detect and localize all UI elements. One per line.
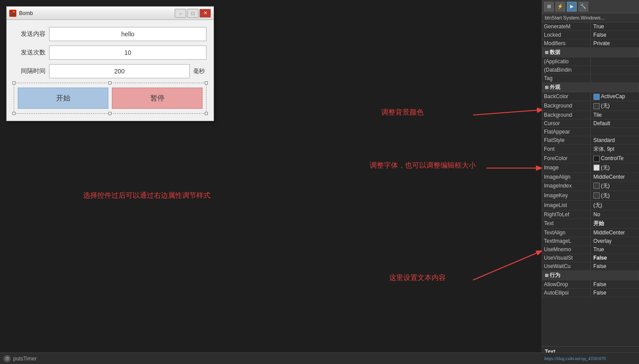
- prop-value: (无): [590, 163, 639, 172]
- form-row-content: 发送内容: [14, 27, 207, 41]
- prop-name: ImageAlign: [542, 172, 590, 181]
- annotation-font: 调整字体，也可以调整编辑框大小: [370, 161, 476, 170]
- prop-value: [590, 66, 639, 74]
- panel-header: btnStart System.Windows...: [542, 13, 639, 23]
- prop-value: True: [590, 23, 639, 31]
- selection-area: 开始 暂停: [14, 83, 207, 114]
- prop-name: FlatAppear: [542, 127, 590, 136]
- prop-name: TextAlign: [542, 228, 590, 237]
- prop-section: ⊞外观: [542, 83, 639, 92]
- form-body: 发送内容 发送次数 间隔时间 毫秒 开始 暂停: [7, 20, 214, 121]
- prop-value: (无): [590, 200, 639, 210]
- timer-icon: ⏱: [4, 355, 11, 362]
- prop-name: Locked: [542, 31, 590, 39]
- handle-tl: [12, 81, 15, 84]
- prop-name: ImageKey: [542, 191, 590, 200]
- prop-value: [590, 74, 639, 83]
- prop-name: Background: [542, 111, 590, 119]
- prop-name: Text: [542, 218, 590, 228]
- window-icon: 💣: [9, 10, 16, 17]
- prop-name: UseVisualSt: [542, 253, 590, 262]
- prop-value: MiddleCenter: [590, 172, 639, 181]
- prop-value: False: [590, 262, 639, 270]
- prop-name: RightToLef: [542, 210, 590, 218]
- prop-name: ImageIndex: [542, 181, 590, 191]
- annotation-text-content: 这里设置文本内容: [389, 273, 446, 283]
- grid-tool-button[interactable]: ⊞: [544, 2, 554, 11]
- handle-tc: [108, 81, 111, 84]
- window-title: Bomb: [19, 10, 175, 16]
- panel-toolbar: ⊞ ⚡ ▶ 🔧: [542, 0, 639, 13]
- status-text: putsTimer: [13, 356, 37, 362]
- prop-value: MiddleCenter: [590, 228, 639, 237]
- properties-panel: ⊞ ⚡ ▶ 🔧 btnStart System.Windows... Gener…: [542, 0, 639, 364]
- prop-name: TextImageL: [542, 237, 590, 245]
- prop-value: False: [590, 253, 639, 262]
- prop-name: AutoEllipsi: [542, 288, 590, 297]
- label-interval: 间隔时间: [14, 67, 46, 75]
- prop-name: (Applicatio: [542, 57, 590, 66]
- prop-value: Tile: [590, 111, 639, 119]
- start-button[interactable]: 开始: [18, 88, 108, 109]
- svg-line-1: [473, 110, 544, 115]
- prop-value: ControlTe: [590, 154, 639, 163]
- prop-value: Default: [590, 119, 639, 127]
- prop-name: ForeColor: [542, 154, 590, 163]
- prop-name: Image: [542, 163, 590, 172]
- url-bar: https://blog.csdn.net/qq_43581670: [542, 353, 639, 364]
- url-text: https://blog.csdn.net/qq_43581670: [544, 356, 606, 361]
- form-row-interval: 间隔时间 毫秒: [14, 64, 207, 78]
- prop-value: (无): [590, 181, 639, 191]
- prop-name: Cursor: [542, 119, 590, 127]
- prop-name: Font: [542, 144, 590, 154]
- pause-button[interactable]: 暂停: [112, 88, 203, 109]
- input-count[interactable]: [49, 46, 207, 60]
- maximize-button[interactable]: □: [187, 9, 199, 18]
- button-row: 开始 暂停: [17, 86, 203, 111]
- handle-br: [205, 112, 208, 115]
- prop-value: Private: [590, 39, 639, 48]
- label-count: 发送次数: [14, 49, 46, 57]
- prop-name: AllowDrop: [542, 280, 590, 288]
- prop-name: BackColor: [542, 92, 590, 101]
- prop-name: UseWaitCu: [542, 262, 590, 270]
- prop-value: [590, 57, 639, 66]
- prop-name: FlatStyle: [542, 136, 590, 144]
- prop-name: (DataBindin: [542, 66, 590, 74]
- input-content[interactable]: [49, 27, 207, 41]
- prop-value: False: [590, 288, 639, 297]
- property-tool-button[interactable]: ▶: [567, 2, 577, 11]
- bottom-bar: ⏱ putsTimer: [0, 353, 542, 364]
- prop-value: No: [590, 210, 639, 218]
- prop-value: 宋体, 9pt: [590, 144, 639, 154]
- close-button[interactable]: ✕: [199, 9, 211, 18]
- prop-value: False: [590, 280, 639, 288]
- handle-bl: [12, 112, 15, 115]
- prop-section: ⊞数据: [542, 48, 639, 57]
- prop-name: ImageList: [542, 200, 590, 210]
- form-window: 💣 Bomb – □ ✕ 发送内容 发送次数 间隔时间 毫秒: [6, 6, 214, 121]
- prop-value: ActiveCap: [590, 92, 639, 101]
- input-interval[interactable]: [49, 64, 190, 78]
- prop-name: Background: [542, 101, 590, 111]
- prop-value: False: [590, 31, 639, 39]
- prop-value: (无): [590, 101, 639, 111]
- prop-value: [590, 127, 639, 136]
- event-tool-button[interactable]: ⚡: [555, 2, 565, 11]
- properties-table: GenerateMTrueLockedFalseModifiersPrivate…: [542, 23, 639, 297]
- wrench-tool-button[interactable]: 🔧: [578, 2, 588, 11]
- label-content: 发送内容: [14, 30, 46, 38]
- prop-name: Tag: [542, 74, 590, 83]
- prop-name: GenerateM: [542, 23, 590, 31]
- minimize-button[interactable]: –: [175, 9, 186, 18]
- prop-section: ⊞行为: [542, 270, 639, 280]
- prop-value: Standard: [590, 136, 639, 144]
- svg-line-5: [473, 250, 543, 280]
- prop-name: Modifiers: [542, 39, 590, 48]
- prop-value: (无): [590, 191, 639, 200]
- titlebar-buttons: – □ ✕: [175, 9, 211, 18]
- form-titlebar[interactable]: 💣 Bomb – □ ✕: [7, 7, 214, 20]
- prop-value: Overlay: [590, 237, 639, 245]
- annotation-bg-color: 调整背景颜色: [381, 108, 424, 117]
- prop-name: UseMnemo: [542, 245, 590, 253]
